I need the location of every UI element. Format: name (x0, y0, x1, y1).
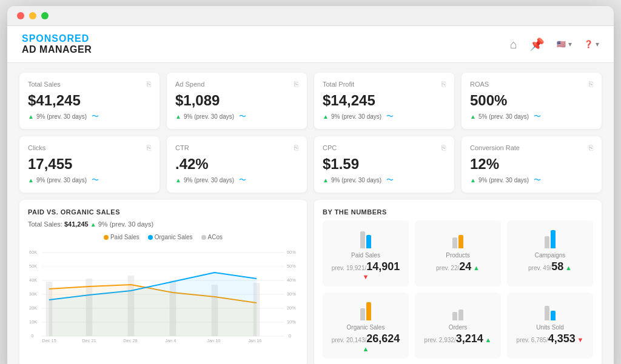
copy-icon[interactable]: ⎘ (441, 80, 446, 88)
metric-change: ▲ 9% (prev. 30 days) 〜 (470, 175, 593, 185)
copy-icon[interactable]: ⎘ (147, 80, 151, 88)
bn-label: Orders (421, 324, 495, 331)
metric-title: Conversion Rate ⎘ (470, 144, 593, 152)
svg-text:40%: 40% (287, 277, 296, 283)
help-chevron-icon: ▾ (596, 40, 599, 48)
svg-text:30K: 30K (29, 291, 37, 297)
bottom-section: PAID VS. ORGANIC SALES Total Sales: $41,… (19, 200, 602, 364)
trend-icon: 〜 (534, 175, 541, 185)
change-arrow: ▲ (28, 177, 34, 184)
svg-text:50%: 50% (287, 263, 296, 269)
metric-card-total-sales: Total Sales ⎘ $41,245 ▲ 9% (prev. 30 day… (19, 73, 159, 129)
metric-value: $1.59 (323, 156, 446, 173)
svg-text:20K: 20K (29, 305, 37, 311)
bn-value: 4,353 (548, 333, 576, 345)
bn-bar-prev (360, 308, 365, 320)
bn-label: Products (421, 252, 495, 259)
header-nav: ⌂ 📌 🇺🇸 ▾ ❓ ▾ (510, 37, 599, 51)
main-window: SPONSORED AD MANAGER ⌂ 📌 🇺🇸 ▾ ❓ ▾ Total … (7, 6, 614, 364)
copy-icon[interactable]: ⎘ (147, 144, 151, 152)
chart-title: PAID VS. ORGANIC SALES (28, 208, 298, 216)
copy-icon[interactable]: ⎘ (294, 80, 298, 88)
change-arrow: ▲ (175, 113, 181, 120)
by-numbers-grid: Paid Sales prev. 19,921/14,901 ▼ Product… (323, 220, 593, 359)
copy-icon[interactable]: ⎘ (589, 144, 593, 152)
trend-icon: 〜 (92, 175, 99, 185)
trend-icon: 〜 (386, 175, 394, 185)
bn-mini-chart (513, 227, 587, 248)
home-icon[interactable]: ⌂ (510, 38, 517, 51)
close-dot[interactable] (17, 12, 24, 19)
svg-text:Dec 28: Dec 28 (123, 338, 138, 342)
metric-card-cpc: CPC ⎘ $1.59 ▲ 9% (prev. 30 days) 〜 (314, 136, 454, 193)
change-text: 9% (prev. 30 days) (184, 113, 234, 120)
help-icon: ❓ (584, 40, 593, 48)
bn-bar-prev (452, 312, 457, 320)
metric-change: ▲ 9% (prev. 30 days) 〜 (175, 175, 298, 185)
svg-text:30%: 30% (287, 291, 296, 297)
change-text: 9% (prev. 30 days) (331, 177, 381, 184)
metric-value: 17,455 (28, 156, 151, 173)
metric-value: $1,089 (175, 92, 298, 109)
change-arrow: ▲ (175, 177, 181, 184)
bn-prev: prev. 20,143/26,624 ▲ (329, 333, 403, 352)
metric-change: ▲ 9% (prev. 30 days) 〜 (175, 111, 298, 122)
bn-card-products: Products prev. 22/24 ▲ (415, 220, 501, 286)
trend-icon: 〜 (239, 111, 246, 122)
pin-icon[interactable]: 📌 (529, 37, 545, 51)
metrics-row-1: Total Sales ⎘ $41,245 ▲ 9% (prev. 30 day… (19, 73, 602, 129)
maximize-dot[interactable] (41, 12, 49, 19)
metric-value: 12% (470, 156, 593, 173)
bn-direction-icon: ▲ (473, 264, 480, 271)
copy-icon[interactable]: ⎘ (294, 144, 298, 152)
change-text: 9% (prev. 30 days) (478, 177, 529, 184)
bn-value: 26,624 (366, 333, 400, 345)
copy-icon[interactable]: ⎘ (441, 144, 446, 152)
change-arrow: ▲ (323, 177, 329, 184)
bn-direction-icon: ▲ (363, 345, 369, 352)
svg-text:Dec 21: Dec 21 (82, 338, 96, 342)
bn-value: 3,214 (456, 333, 483, 345)
svg-text:20%: 20% (287, 305, 296, 311)
metric-value: $41,245 (28, 92, 151, 109)
metric-change: ▲ 9% (prev. 30 days) 〜 (28, 111, 151, 122)
metric-card-ad-spend: Ad Spend ⎘ $1,089 ▲ 9% (prev. 30 days) 〜 (167, 73, 307, 129)
metric-card-ctr: CTR ⎘ .42% ▲ 9% (prev. 30 days) 〜 (167, 136, 307, 193)
metric-title: Clicks ⎘ (28, 144, 151, 152)
metric-value: 500% (470, 92, 593, 109)
metric-change: ▲ 9% (prev. 30 days) 〜 (323, 111, 446, 122)
help-button[interactable]: ❓ ▾ (584, 40, 599, 48)
bn-mini-chart (329, 299, 403, 320)
bn-value: 14,901 (366, 260, 400, 273)
bn-bar-curr (551, 230, 556, 248)
titlebar (7, 6, 614, 26)
bn-bar-curr (551, 311, 556, 320)
bn-direction-icon: ▲ (565, 264, 572, 271)
svg-text:10%: 10% (287, 319, 296, 325)
bn-label: Organic Sales (329, 324, 403, 331)
metric-value: .42% (175, 156, 298, 173)
svg-text:Jan 10: Jan 10 (207, 338, 220, 342)
change-text: 9% (prev. 30 days) (36, 177, 87, 184)
trend-icon: 〜 (239, 175, 246, 185)
change-arrow: ▲ (470, 113, 476, 120)
flag-button[interactable]: 🇺🇸 ▾ (557, 40, 572, 48)
logo: SPONSORED AD MANAGER (22, 33, 92, 55)
svg-text:Dec 15: Dec 15 (42, 338, 56, 342)
bn-prev: prev. 22/24 ▲ (421, 260, 495, 273)
logo-line2: AD MANAGER (22, 44, 92, 55)
bn-label: Units Sold (513, 324, 587, 331)
copy-icon[interactable]: ⎘ (589, 80, 593, 88)
change-arrow: ▲ (470, 177, 476, 184)
change-text: 9% (prev. 30 days) (331, 113, 381, 120)
svg-text:Jan 16: Jan 16 (248, 338, 261, 342)
svg-text:Jan 4: Jan 4 (165, 338, 176, 342)
bn-label: Paid Sales (329, 252, 403, 259)
bn-prev: prev. 19,921/14,901 ▼ (329, 260, 403, 280)
bn-bar-curr (458, 235, 463, 248)
bn-prev: prev. 6,785/4,353 ▼ (513, 333, 587, 345)
change-text: 9% (prev. 30 days) (36, 113, 87, 120)
bn-card-orders: Orders prev. 2,932/3,214 ▲ (415, 293, 501, 359)
minimize-dot[interactable] (29, 12, 36, 19)
metric-change: ▲ 9% (prev. 30 days) 〜 (28, 175, 151, 185)
